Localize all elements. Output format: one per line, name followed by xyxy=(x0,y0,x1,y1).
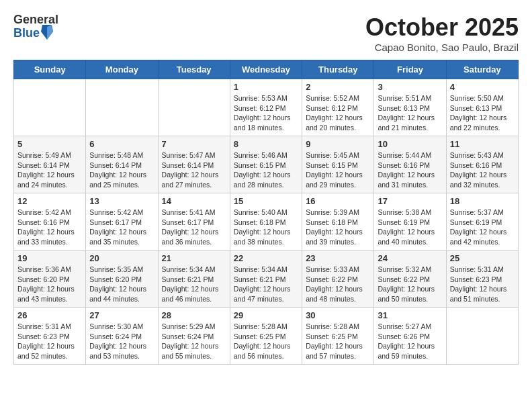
day-info: Sunrise: 5:32 AM Sunset: 6:22 PM Dayligh… xyxy=(378,265,442,304)
day-info: Sunrise: 5:48 AM Sunset: 6:14 PM Dayligh… xyxy=(89,150,154,190)
day-number: 2 xyxy=(306,82,370,92)
day-number: 12 xyxy=(17,196,82,206)
day-info: Sunrise: 5:53 AM Sunset: 6:12 PM Dayligh… xyxy=(234,93,298,133)
day-number: 3 xyxy=(378,82,442,92)
day-info: Sunrise: 5:42 AM Sunset: 6:16 PM Dayligh… xyxy=(17,208,82,247)
calendar-cell: 3Sunrise: 5:51 AM Sunset: 6:13 PM Daylig… xyxy=(374,79,446,136)
weekday-header: Saturday xyxy=(446,60,518,79)
day-number: 15 xyxy=(234,196,298,206)
calendar-week-row: 26Sunrise: 5:31 AM Sunset: 6:23 PM Dayli… xyxy=(14,308,519,365)
weekday-header: Tuesday xyxy=(158,60,230,79)
day-info: Sunrise: 5:36 AM Sunset: 6:20 PM Dayligh… xyxy=(17,265,82,304)
day-number: 1 xyxy=(234,82,298,92)
day-info: Sunrise: 5:43 AM Sunset: 6:16 PM Dayligh… xyxy=(450,150,515,190)
day-info: Sunrise: 5:41 AM Sunset: 6:17 PM Dayligh… xyxy=(162,208,226,247)
calendar-table: SundayMondayTuesdayWednesdayThursdayFrid… xyxy=(13,60,519,365)
calendar-cell: 14Sunrise: 5:41 AM Sunset: 6:17 PM Dayli… xyxy=(158,193,230,250)
calendar-week-row: 1Sunrise: 5:53 AM Sunset: 6:12 PM Daylig… xyxy=(14,79,519,136)
day-number: 30 xyxy=(306,310,370,320)
day-info: Sunrise: 5:34 AM Sunset: 6:21 PM Dayligh… xyxy=(162,265,226,304)
day-info: Sunrise: 5:31 AM Sunset: 6:23 PM Dayligh… xyxy=(17,322,82,361)
day-info: Sunrise: 5:29 AM Sunset: 6:24 PM Dayligh… xyxy=(162,322,226,361)
day-info: Sunrise: 5:34 AM Sunset: 6:21 PM Dayligh… xyxy=(234,265,298,304)
day-number: 21 xyxy=(162,253,226,263)
location: Capao Bonito, Sao Paulo, Brazil xyxy=(365,42,519,53)
day-number: 6 xyxy=(89,139,154,149)
day-number: 24 xyxy=(378,253,442,263)
day-number: 13 xyxy=(89,196,154,206)
day-info: Sunrise: 5:42 AM Sunset: 6:17 PM Dayligh… xyxy=(89,208,154,247)
calendar-cell: 29Sunrise: 5:28 AM Sunset: 6:25 PM Dayli… xyxy=(230,308,302,365)
calendar-week-row: 19Sunrise: 5:36 AM Sunset: 6:20 PM Dayli… xyxy=(14,250,519,308)
calendar-cell: 27Sunrise: 5:30 AM Sunset: 6:24 PM Dayli… xyxy=(86,308,158,365)
calendar-cell: 20Sunrise: 5:35 AM Sunset: 6:20 PM Dayli… xyxy=(86,250,158,308)
day-number: 11 xyxy=(450,139,515,149)
calendar-cell: 13Sunrise: 5:42 AM Sunset: 6:17 PM Dayli… xyxy=(86,193,158,250)
weekday-header: Sunday xyxy=(14,60,86,79)
weekday-header: Monday xyxy=(86,60,158,79)
day-info: Sunrise: 5:27 AM Sunset: 6:26 PM Dayligh… xyxy=(378,322,442,361)
day-number: 4 xyxy=(450,82,515,92)
day-info: Sunrise: 5:37 AM Sunset: 6:19 PM Dayligh… xyxy=(450,208,515,247)
day-number: 16 xyxy=(306,196,370,206)
day-number: 22 xyxy=(234,253,298,263)
day-number: 25 xyxy=(450,253,515,263)
logo-icon xyxy=(41,25,53,40)
day-number: 17 xyxy=(378,196,442,206)
day-number: 19 xyxy=(17,253,82,263)
calendar-cell xyxy=(446,308,518,365)
calendar-cell: 22Sunrise: 5:34 AM Sunset: 6:21 PM Dayli… xyxy=(230,250,302,308)
calendar-cell: 12Sunrise: 5:42 AM Sunset: 6:16 PM Dayli… xyxy=(14,193,86,250)
calendar-cell xyxy=(86,79,158,136)
day-info: Sunrise: 5:47 AM Sunset: 6:14 PM Dayligh… xyxy=(162,150,226,190)
weekday-header-row: SundayMondayTuesdayWednesdayThursdayFrid… xyxy=(14,60,519,79)
day-number: 31 xyxy=(378,310,442,320)
day-number: 9 xyxy=(306,139,370,149)
logo: General Blue xyxy=(13,13,58,40)
page-header: General Blue October 2025 Capao Bonito, … xyxy=(13,13,519,53)
day-info: Sunrise: 5:33 AM Sunset: 6:22 PM Dayligh… xyxy=(306,265,370,304)
day-number: 14 xyxy=(162,196,226,206)
calendar-cell: 6Sunrise: 5:48 AM Sunset: 6:14 PM Daylig… xyxy=(86,136,158,193)
calendar-week-row: 5Sunrise: 5:49 AM Sunset: 6:14 PM Daylig… xyxy=(14,136,519,193)
title-block: October 2025 Capao Bonito, Sao Paulo, Br… xyxy=(365,13,519,53)
calendar-cell xyxy=(158,79,230,136)
day-number: 5 xyxy=(17,139,82,149)
day-info: Sunrise: 5:40 AM Sunset: 6:18 PM Dayligh… xyxy=(234,208,298,247)
day-number: 27 xyxy=(89,310,154,320)
day-number: 10 xyxy=(378,139,442,149)
calendar-cell: 9Sunrise: 5:45 AM Sunset: 6:15 PM Daylig… xyxy=(302,136,374,193)
day-info: Sunrise: 5:51 AM Sunset: 6:13 PM Dayligh… xyxy=(378,93,442,133)
calendar-cell: 24Sunrise: 5:32 AM Sunset: 6:22 PM Dayli… xyxy=(374,250,446,308)
svg-marker-1 xyxy=(47,25,53,40)
calendar-cell: 16Sunrise: 5:39 AM Sunset: 6:18 PM Dayli… xyxy=(302,193,374,250)
day-number: 20 xyxy=(89,253,154,263)
day-number: 28 xyxy=(162,310,226,320)
calendar-cell: 18Sunrise: 5:37 AM Sunset: 6:19 PM Dayli… xyxy=(446,193,518,250)
day-number: 23 xyxy=(306,253,370,263)
day-info: Sunrise: 5:45 AM Sunset: 6:15 PM Dayligh… xyxy=(306,150,370,190)
calendar-cell: 21Sunrise: 5:34 AM Sunset: 6:21 PM Dayli… xyxy=(158,250,230,308)
day-number: 7 xyxy=(162,139,226,149)
day-info: Sunrise: 5:50 AM Sunset: 6:13 PM Dayligh… xyxy=(450,93,515,133)
weekday-header: Wednesday xyxy=(230,60,302,79)
calendar-cell: 1Sunrise: 5:53 AM Sunset: 6:12 PM Daylig… xyxy=(230,79,302,136)
calendar-cell: 2Sunrise: 5:52 AM Sunset: 6:12 PM Daylig… xyxy=(302,79,374,136)
day-info: Sunrise: 5:46 AM Sunset: 6:15 PM Dayligh… xyxy=(234,150,298,190)
day-info: Sunrise: 5:30 AM Sunset: 6:24 PM Dayligh… xyxy=(89,322,154,361)
day-info: Sunrise: 5:39 AM Sunset: 6:18 PM Dayligh… xyxy=(306,208,370,247)
day-info: Sunrise: 5:52 AM Sunset: 6:12 PM Dayligh… xyxy=(306,93,370,133)
calendar-cell: 23Sunrise: 5:33 AM Sunset: 6:22 PM Dayli… xyxy=(302,250,374,308)
day-info: Sunrise: 5:49 AM Sunset: 6:14 PM Dayligh… xyxy=(17,150,82,190)
calendar-cell: 17Sunrise: 5:38 AM Sunset: 6:19 PM Dayli… xyxy=(374,193,446,250)
day-info: Sunrise: 5:35 AM Sunset: 6:20 PM Dayligh… xyxy=(89,265,154,304)
logo-blue-text: Blue xyxy=(13,27,40,40)
day-number: 29 xyxy=(234,310,298,320)
calendar-cell: 4Sunrise: 5:50 AM Sunset: 6:13 PM Daylig… xyxy=(446,79,518,136)
day-info: Sunrise: 5:31 AM Sunset: 6:23 PM Dayligh… xyxy=(450,265,515,304)
day-info: Sunrise: 5:28 AM Sunset: 6:25 PM Dayligh… xyxy=(306,322,370,361)
day-info: Sunrise: 5:38 AM Sunset: 6:19 PM Dayligh… xyxy=(378,208,442,247)
calendar-cell: 15Sunrise: 5:40 AM Sunset: 6:18 PM Dayli… xyxy=(230,193,302,250)
calendar-cell: 11Sunrise: 5:43 AM Sunset: 6:16 PM Dayli… xyxy=(446,136,518,193)
weekday-header: Friday xyxy=(374,60,446,79)
